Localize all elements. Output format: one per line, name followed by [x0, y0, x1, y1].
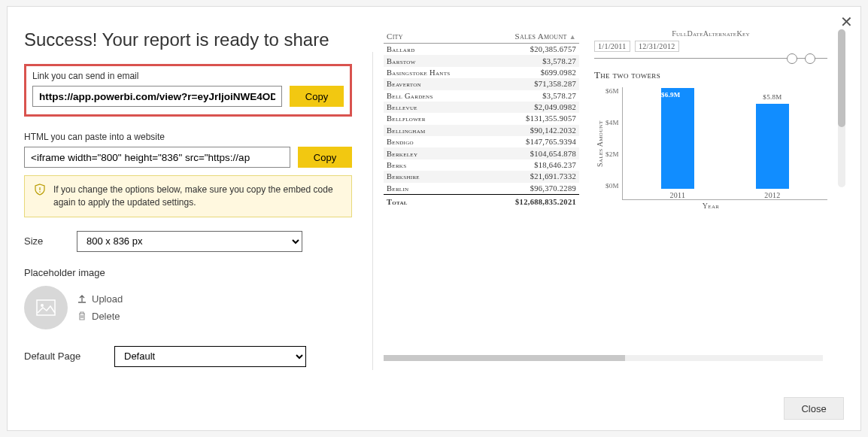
embed-code-input[interactable] [24, 147, 290, 168]
col-amount[interactable]: Sales Amount ▲ [483, 29, 579, 44]
upload-icon [77, 293, 87, 304]
slicer-from[interactable]: 1/1/2011 [594, 41, 630, 52]
share-link-input[interactable] [32, 86, 282, 107]
slicer-header: FullDateAlternateKey [594, 29, 827, 38]
date-range-slicer[interactable]: 1/1/2011 12/31/2012 [594, 41, 827, 62]
close-button[interactable]: Close [784, 397, 844, 420]
table-row[interactable]: Berks$18,646.237 [384, 159, 579, 171]
svg-point-3 [41, 304, 44, 307]
embed-label: HTML you can paste into a website [24, 132, 352, 142]
report-preview-pane: City Sales Amount ▲ Ballard$20,385.6757B… [369, 7, 860, 430]
slicer-to[interactable]: 12/31/2012 [635, 41, 679, 52]
preview-table: City Sales Amount ▲ Ballard$20,385.6757B… [384, 29, 579, 210]
y-axis-ticks: $6M$4M$2M$0M [605, 87, 622, 200]
settings-pane: Success! Your report is ready to share L… [8, 7, 369, 430]
size-label: Size [24, 235, 62, 247]
scrollbar-thumb[interactable] [838, 29, 845, 127]
placeholder-preview-circle [24, 286, 68, 329]
delete-button[interactable]: Delete [77, 311, 123, 322]
link-label: Link you can send in email [32, 71, 344, 81]
preview-chart: FullDateAlternateKey 1/1/2011 12/31/2012… [594, 29, 845, 210]
chevron-up-icon: ▲ [569, 33, 576, 41]
trash-icon [77, 311, 87, 321]
slider-handle-right[interactable] [805, 53, 815, 64]
copy-embed-button[interactable]: Copy [298, 147, 352, 168]
svg-point-1 [39, 191, 41, 193]
default-page-select[interactable]: Default [114, 346, 306, 367]
table-row[interactable]: Bellingham$90,142.2032 [384, 125, 579, 136]
table-row[interactable]: Bellevue$2,049.0982 [384, 102, 579, 113]
table-row[interactable]: Berlin$96,370.2289 [384, 183, 579, 195]
chart-bar[interactable]: $5.8M2012 [756, 104, 789, 199]
table-row[interactable]: Bellflower$131,355.9057 [384, 113, 579, 124]
table-row[interactable]: Berkshire$21,691.7332 [384, 171, 579, 182]
chart-title: The two towers [594, 69, 827, 81]
dialog-title: Success! Your report is ready to share [24, 29, 352, 50]
share-success-dialog: ✕ Success! Your report is ready to share… [7, 6, 861, 431]
x-axis-label: Year [594, 202, 827, 210]
total-label: Total [384, 194, 483, 208]
table-row[interactable]: Bendigo$147,765.9394 [384, 136, 579, 147]
table-row[interactable]: Berkeley$104,654.878 [384, 147, 579, 159]
h-scrollbar-thumb[interactable] [384, 355, 625, 361]
col-city[interactable]: City [384, 29, 483, 44]
upload-button[interactable]: Upload [77, 293, 123, 305]
link-highlight-region: Link you can send in email Copy [24, 64, 352, 117]
preview-horizontal-scrollbar[interactable] [384, 355, 823, 361]
image-icon [36, 299, 56, 316]
table-row[interactable]: Basingstoke Hants$699.0982 [384, 67, 579, 78]
default-page-label: Default Page [24, 351, 99, 362]
y-axis-label: Sales Amount [594, 87, 605, 200]
chart-bar[interactable]: $6.9M2011 [661, 88, 694, 199]
total-value: $12,688,835.2021 [483, 194, 579, 208]
table-row[interactable]: Barstow$3,578.27 [384, 55, 579, 66]
preview-vertical-scrollbar[interactable] [838, 29, 845, 187]
table-row[interactable]: Ballard$20,385.6757 [384, 44, 579, 56]
shield-warning-icon [34, 184, 46, 196]
size-select[interactable]: 800 x 836 px [77, 231, 302, 252]
table-row[interactable]: Beaverton$71,358.287 [384, 78, 579, 90]
slider-handle-left[interactable] [787, 53, 797, 64]
warning-banner: If you change the options below, make su… [24, 175, 352, 217]
copy-link-button[interactable]: Copy [290, 86, 344, 107]
table-row[interactable]: Bell Gardens$3,578.27 [384, 90, 579, 102]
chart-plot-area: $6.9M2011$5.8M2012 [622, 87, 827, 200]
svg-rect-2 [37, 300, 55, 315]
placeholder-title: Placeholder image [24, 267, 352, 278]
warning-text: If you change the options below, make su… [53, 184, 344, 209]
